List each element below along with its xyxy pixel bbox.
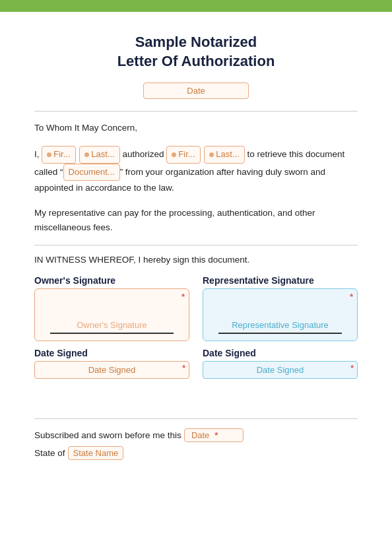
owner-date-field[interactable]: Date Signed [34,361,189,379]
subscribed-row: Subscribed and sworn before me this Date… [34,428,358,442]
signature-row: Owner's Signature Owner's Signature Repr… [34,275,358,341]
owner-sig-col: Owner's Signature Owner's Signature [34,275,189,341]
rep-sig-line [218,333,341,334]
body-paragraph-2: My representative can pay for the proces… [34,206,358,234]
divider-2 [34,245,358,245]
rep-date-field[interactable]: Date Signed [203,361,358,379]
rep-date-col: Date Signed Date Signed [203,348,358,379]
page: Sample Notarized Letter Of Authorization… [0,0,392,555]
salutation: To Whom It May Concern, [34,121,358,135]
first-name-1-field[interactable]: Fir... [42,146,75,164]
rep-date-label: Date Signed [203,348,358,358]
last-name-1-field[interactable]: Last... [79,146,119,164]
body-paragraph-1: I, Fir... Last... authorized Fir... Last… [34,146,358,195]
subscribed-text: Subscribed and sworn before me this [34,430,181,440]
owner-sig-box[interactable]: Owner's Signature [34,288,189,341]
state-row: State of State Name [34,446,358,460]
owner-sig-label: Owner's Signature [34,275,189,286]
date-field[interactable]: Date [143,82,249,99]
state-name-field[interactable]: State Name [68,446,124,460]
date-signed-row: Date Signed Date Signed Date Signed Date… [34,348,358,379]
divider-1 [34,111,358,112]
subscribed-date-field[interactable]: Date * [184,428,244,442]
owner-sig-placeholder: Owner's Signature [77,320,147,330]
witness-text: IN WITNESS WHEREOF, I hereby sign this d… [34,255,358,265]
state-text: State of [34,448,65,458]
owner-date-col: Date Signed Date Signed [34,348,189,379]
rep-sig-label: Representative Signature [203,275,358,286]
rep-sig-col: Representative Signature Representative … [203,275,358,341]
owner-sig-line [50,333,173,334]
body-prefix: I, [34,149,40,159]
rep-sig-placeholder: Representative Signature [232,320,329,330]
subscribed-req-star: * [214,430,218,440]
owner-date-label: Date Signed [34,348,189,358]
last-name-2-field[interactable]: Last... [204,146,244,164]
page-title: Sample Notarized Letter Of Authorization [34,33,358,71]
divider-3 [34,418,358,419]
document-field[interactable]: Document... [63,164,120,181]
rep-sig-box[interactable]: Representative Signature [203,288,358,341]
green-accent-bar [0,0,392,12]
top-date-wrap: Date [34,82,358,99]
first-name-2-field[interactable]: Fir... [166,146,200,164]
